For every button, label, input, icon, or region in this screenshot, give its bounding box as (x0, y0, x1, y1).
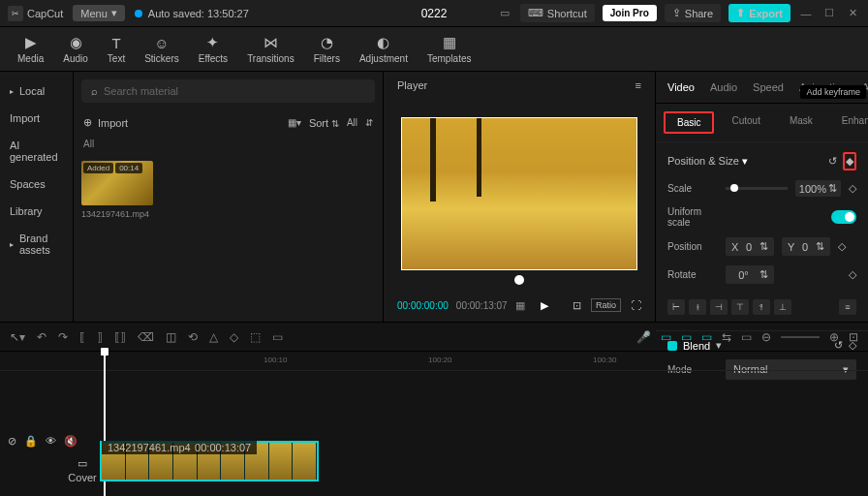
tool-transitions[interactable]: ⋈Transitions (237, 30, 304, 68)
timeline-ruler[interactable]: 100:10 100:20 100:30 (0, 352, 868, 371)
sidebar-item-brand[interactable]: ▸Brand assets (0, 225, 73, 264)
all-tab[interactable]: All (74, 135, 383, 153)
tl-r-4[interactable]: ⇆ (722, 330, 731, 344)
maximize-icon[interactable]: ☐ (822, 6, 837, 21)
tl-tool-6[interactable]: ⟲ (188, 330, 198, 344)
crop-icon[interactable]: ⬚ (250, 330, 261, 344)
align-extra[interactable]: ≡ (839, 299, 856, 315)
align-center-v[interactable]: ⫯ (753, 299, 770, 315)
tool-templates[interactable]: ▦Templates (418, 30, 481, 68)
pointer-tool[interactable]: ↖▾ (10, 330, 25, 344)
grid-toggle-icon[interactable]: ▦ (515, 299, 525, 312)
zoom-slider[interactable] (781, 336, 820, 338)
added-badge: Added (83, 163, 113, 173)
mute-icon[interactable]: 🔇 (64, 435, 78, 448)
shortcut-button[interactable]: ⌨Shortcut (520, 4, 595, 22)
subtab-mask[interactable]: Mask (778, 111, 824, 134)
tool-media[interactable]: ▶Media (8, 30, 53, 68)
split-left-icon[interactable]: ⟧ (97, 330, 103, 344)
tl-tog-3[interactable]: ▭ (701, 330, 712, 344)
transform-handle[interactable] (514, 275, 524, 285)
media-clip[interactable]: Added00:14 1342197461.mp4 (81, 161, 153, 219)
position-y-input[interactable]: Y0⇅ (782, 237, 830, 256)
tl-r-5[interactable]: ▭ (741, 330, 752, 344)
player-menu-icon[interactable]: ≡ (636, 79, 641, 91)
filter-icon[interactable]: ⇵ (365, 117, 373, 128)
scale-slider[interactable] (726, 187, 788, 190)
tool-audio[interactable]: ◉Audio (53, 30, 98, 68)
app-logo: ✂CapCut (8, 6, 63, 21)
align-center-h[interactable]: ⫲ (689, 299, 706, 315)
subtab-basic[interactable]: Basic (664, 111, 714, 134)
tab-video[interactable]: Video (660, 78, 702, 97)
delete-icon[interactable]: ⌫ (138, 330, 154, 344)
fullscreen-icon[interactable]: ⛶ (631, 299, 641, 311)
lock2-icon[interactable]: 🔒 (24, 435, 38, 448)
sidebar-item-ai[interactable]: AI generated (0, 132, 73, 170)
tl-tool-10[interactable]: ▭ (272, 330, 283, 344)
tool-stickers[interactable]: ☺Stickers (135, 31, 189, 68)
add-keyframe-button[interactable]: ◆ (843, 152, 856, 170)
sidebar-item-import[interactable]: Import (0, 105, 73, 132)
tl-tog-1[interactable]: ▭ (661, 330, 671, 344)
play-button[interactable]: ▶ (541, 299, 548, 312)
mic-icon[interactable]: 🎤 (636, 330, 651, 344)
reset-icon[interactable]: ↺ (828, 155, 837, 168)
tool-filters[interactable]: ◔Filters (304, 30, 350, 68)
subtab-cutout[interactable]: Cutout (720, 111, 771, 134)
split-icon[interactable]: ⟦ (79, 330, 85, 344)
join-pro-button[interactable]: Join Pro (603, 5, 657, 21)
align-bottom[interactable]: ⊥ (774, 299, 791, 315)
scale-value[interactable]: 100%⇅ (795, 180, 841, 197)
tool-adjustment[interactable]: ◐Adjustment (350, 30, 418, 68)
import-button[interactable]: ⊕Import (83, 116, 128, 129)
cover-button[interactable]: ▭Cover (68, 453, 97, 487)
tl-tool-7[interactable]: △ (209, 330, 218, 344)
uniform-toggle[interactable] (831, 210, 856, 224)
tl-tool-8[interactable]: ◇ (230, 330, 238, 344)
preview-canvas[interactable] (401, 117, 637, 270)
grid-view-icon[interactable]: ▦▾ (288, 117, 301, 128)
share-button[interactable]: ⇪Share (665, 4, 721, 22)
layout-icon[interactable]: ▭ (497, 6, 512, 21)
sidebar-item-spaces[interactable]: Spaces (0, 170, 73, 198)
align-right[interactable]: ⊣ (710, 299, 728, 315)
tl-tog-2[interactable]: ▭ (681, 330, 692, 344)
minimize-icon[interactable]: — (798, 6, 814, 21)
scale-keyframe-icon[interactable]: ◇ (849, 182, 856, 195)
tab-speed[interactable]: Speed (745, 78, 791, 97)
align-left[interactable]: ⊢ (667, 299, 685, 315)
tool-text[interactable]: TText (98, 31, 135, 68)
main-toolbar: ▶Media ◉Audio TText ☺Stickers ✦Effects ⋈… (0, 27, 868, 72)
sidebar-item-local[interactable]: ▸Local (0, 78, 73, 105)
redo-icon[interactable]: ↷ (58, 330, 68, 344)
fit-icon[interactable]: ⊡ (849, 330, 858, 344)
split-right-icon[interactable]: ⟦⟧ (114, 330, 126, 344)
position-keyframe-icon[interactable]: ◇ (838, 240, 846, 253)
tl-tool-5[interactable]: ◫ (166, 330, 176, 344)
sort-button[interactable]: Sort ⇅ (309, 117, 339, 129)
zoom-out-icon[interactable]: ⊖ (761, 330, 771, 344)
zoom-in-icon[interactable]: ⊕ (829, 330, 839, 344)
rotate-input[interactable]: 0°⇅ (726, 265, 774, 284)
sidebar-item-library[interactable]: Library (0, 198, 73, 225)
lock-icon[interactable]: ⊘ (8, 435, 16, 448)
search-input[interactable]: ⌕Search material (81, 79, 375, 103)
align-top[interactable]: ⊤ (731, 299, 749, 315)
subtab-enhance[interactable]: Enhance (830, 111, 868, 134)
export-button[interactable]: ⬆Export (728, 4, 790, 22)
timeline-clip[interactable]: 1342197461.mp4 00:00:13:07 (100, 441, 319, 481)
keyframe-tooltip: Add keyframe (800, 85, 866, 99)
undo-icon[interactable]: ↶ (37, 330, 46, 344)
tab-audio[interactable]: Audio (702, 78, 745, 97)
menu-button[interactable]: Menu▾ (73, 5, 125, 21)
quality-icon[interactable]: ⊡ (573, 299, 581, 312)
ratio-button[interactable]: Ratio (591, 298, 621, 312)
close-icon[interactable]: ✕ (845, 6, 860, 21)
rotate-keyframe-icon[interactable]: ◇ (849, 268, 856, 281)
eye-icon[interactable]: 👁 (46, 435, 56, 448)
uniform-label: Uniform scale (667, 206, 718, 228)
filter-all[interactable]: All (347, 117, 357, 128)
position-x-input[interactable]: X0⇅ (726, 237, 774, 256)
tool-effects[interactable]: ✦Effects (189, 30, 237, 68)
